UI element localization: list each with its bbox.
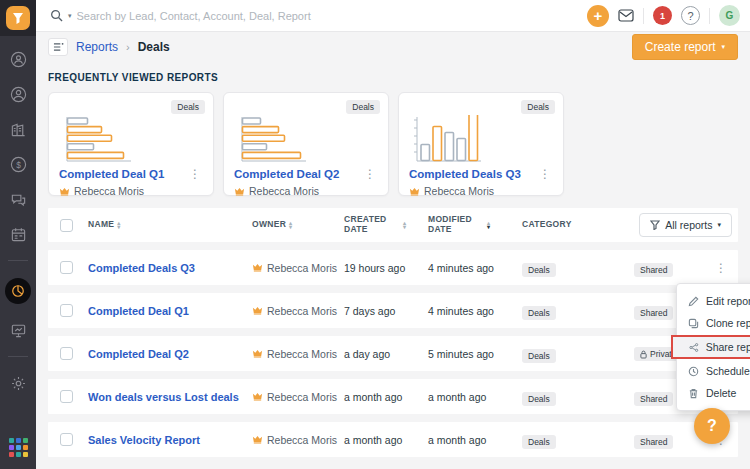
select-all-checkbox[interactable] xyxy=(60,219,73,232)
row-context-menu: Edit reportClone reportShare reportSched… xyxy=(676,283,750,411)
freshsales-logo-icon xyxy=(6,6,30,30)
created-date-cell: a month ago xyxy=(344,434,428,446)
column-header-owner[interactable]: OWNER▴▾ xyxy=(252,220,344,230)
modified-date-cell: a month ago xyxy=(428,434,522,446)
row-kebab-menu-icon[interactable]: ⋮ xyxy=(704,263,738,273)
accounts-icon[interactable] xyxy=(9,120,27,138)
card-title-link[interactable]: Completed Deals Q3 xyxy=(409,168,521,180)
table-row[interactable]: Sales Velocity Report Rebecca Moris a mo… xyxy=(48,422,738,457)
conversations-icon[interactable] xyxy=(9,190,27,208)
column-header-name[interactable]: NAME▴▾ xyxy=(88,220,252,230)
dashboards-icon[interactable] xyxy=(9,321,27,339)
breadcrumb-reports-link[interactable]: Reports xyxy=(76,40,118,54)
row-checkbox[interactable] xyxy=(60,433,73,446)
sidebar-nav: $ xyxy=(0,0,36,469)
top-navbar: ▾ + 1 ? G xyxy=(36,0,750,32)
row-checkbox[interactable] xyxy=(60,304,73,317)
menu-item-edit-report[interactable]: Edit report xyxy=(677,290,750,312)
settings-gear-icon[interactable] xyxy=(9,374,27,392)
quick-add-button[interactable]: + xyxy=(587,5,609,27)
app-logo[interactable] xyxy=(0,0,36,36)
report-list-toggle-icon[interactable] xyxy=(48,38,68,56)
category-badge: Deals xyxy=(522,263,556,277)
report-name-link[interactable]: Completed Deals Q3 xyxy=(88,262,252,274)
sort-icon[interactable]: ▴▾ xyxy=(117,221,120,229)
table-body: Completed Deals Q3 Rebecca Moris 19 hour… xyxy=(48,250,738,457)
leads-icon[interactable] xyxy=(9,50,27,68)
card-kebab-menu-icon[interactable]: ⋮ xyxy=(362,169,378,179)
funnel-icon xyxy=(650,220,660,230)
row-checkbox[interactable] xyxy=(60,347,73,360)
menu-item-delete[interactable]: Delete xyxy=(677,382,750,404)
visibility-badge: Shared xyxy=(634,392,673,406)
sort-icon[interactable]: ▴▾ xyxy=(289,221,292,229)
table-row[interactable]: Won deals versus Lost deals Rebecca Mori… xyxy=(48,379,738,414)
report-name-link[interactable]: Won deals versus Lost deals xyxy=(88,391,252,403)
app-window: $ xyxy=(0,0,750,469)
search-scope-caret-icon[interactable]: ▾ xyxy=(68,12,72,20)
share-icon xyxy=(689,342,699,353)
help-fab-button[interactable]: ? xyxy=(694,408,730,444)
table-row[interactable]: Completed Deal Q1 Rebecca Moris 7 days a… xyxy=(48,293,738,328)
card-title-link[interactable]: Completed Deal Q1 xyxy=(59,168,164,180)
report-card[interactable]: Deals Completed Deals Q3 ⋮ Rebecca Moris xyxy=(398,92,564,196)
category-cell: Deals xyxy=(522,388,608,406)
crown-icon xyxy=(252,263,263,272)
menu-item-share-report[interactable]: Share report xyxy=(671,335,750,359)
card-chart-thumbnail xyxy=(409,115,553,165)
report-name-link[interactable]: Sales Velocity Report xyxy=(88,434,252,446)
category-badge: Deals xyxy=(522,349,556,363)
deals-icon[interactable]: $ xyxy=(9,155,27,173)
visibility-cell: Shared xyxy=(608,431,704,449)
calendar-icon[interactable] xyxy=(9,225,27,243)
contacts-icon[interactable] xyxy=(9,85,27,103)
email-icon[interactable] xyxy=(618,9,634,22)
table-row[interactable]: Completed Deals Q3 Rebecca Moris 19 hour… xyxy=(48,250,738,285)
user-avatar[interactable]: G xyxy=(719,5,740,26)
breadcrumb-current-page: Deals xyxy=(138,40,170,54)
card-kebab-menu-icon[interactable]: ⋮ xyxy=(187,169,203,179)
category-badge: Deals xyxy=(522,306,556,320)
card-owner-name: Rebecca Moris xyxy=(249,185,319,197)
column-header-modified-date[interactable]: MODIFIED DATE▴▾ xyxy=(428,215,522,235)
visibility-badge: Shared xyxy=(634,435,673,449)
svg-text:$: $ xyxy=(16,159,21,169)
report-card[interactable]: Deals Completed Deal Q1 ⋮ Rebecca Moris xyxy=(48,92,214,196)
reports-active-item[interactable] xyxy=(5,278,31,304)
report-name-link[interactable]: Completed Deal Q1 xyxy=(88,305,252,317)
global-search[interactable]: ▾ xyxy=(50,9,587,22)
help-button[interactable]: ? xyxy=(681,6,700,25)
create-report-button[interactable]: Create report ▾ xyxy=(632,34,738,60)
frequently-viewed-cards: Deals Completed Deal Q1 ⋮ Rebecca Moris … xyxy=(48,92,738,196)
card-category-badge: Deals xyxy=(521,100,555,114)
column-header-category[interactable]: CATEGORY xyxy=(522,220,608,230)
modified-date-cell: 5 minutes ago xyxy=(428,348,522,360)
menu-item-clone-report[interactable]: Clone report xyxy=(677,312,750,334)
trash-icon xyxy=(688,388,699,399)
report-card[interactable]: Deals Completed Deal Q2 ⋮ Rebecca Moris xyxy=(223,92,389,196)
card-kebab-menu-icon[interactable]: ⋮ xyxy=(537,169,553,179)
all-reports-filter-button[interactable]: All reports▾ xyxy=(639,213,732,237)
app-switcher-icon[interactable] xyxy=(9,438,28,457)
sort-icon[interactable]: ▴▾ xyxy=(487,221,490,229)
table-header-row: NAME▴▾OWNER▴▾CREATED DATE▴▾MODIFIED DATE… xyxy=(48,208,738,242)
crown-icon xyxy=(252,306,263,315)
sort-icon[interactable]: ▴▾ xyxy=(403,221,406,229)
report-name-link[interactable]: Completed Deal Q2 xyxy=(88,348,252,360)
table-row[interactable]: Completed Deal Q2 Rebecca Moris a day ag… xyxy=(48,336,738,371)
visibility-badge: Shared xyxy=(634,263,673,277)
card-title-link[interactable]: Completed Deal Q2 xyxy=(234,168,339,180)
menu-item-schedule[interactable]: Schedule xyxy=(677,360,750,382)
search-input[interactable] xyxy=(77,10,397,22)
column-header-created-date[interactable]: CREATED DATE▴▾ xyxy=(344,215,428,235)
notifications-badge[interactable]: 1 xyxy=(653,6,672,25)
card-category-badge: Deals xyxy=(346,100,380,114)
crown-icon xyxy=(252,435,263,444)
divider xyxy=(709,8,710,24)
row-checkbox[interactable] xyxy=(60,390,73,403)
card-owner-name: Rebecca Moris xyxy=(74,185,144,197)
row-checkbox[interactable] xyxy=(60,261,73,274)
modified-date-cell: 4 minutes ago xyxy=(428,262,522,274)
sidebar-divider xyxy=(8,260,28,261)
clock-icon xyxy=(688,366,699,377)
